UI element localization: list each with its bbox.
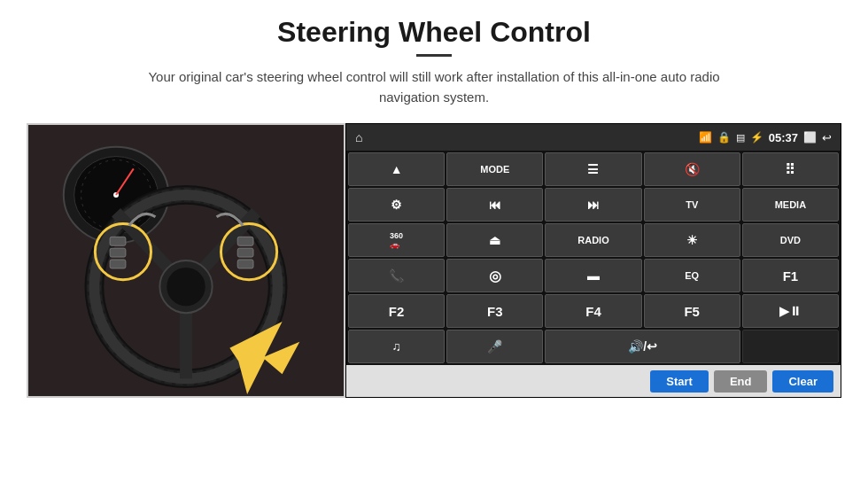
page-subtitle: Your original car's steering wheel contr… [124, 67, 744, 107]
content-area: ⌂ 📶 🔒 ▤ ⚡ 05:37 ⬜ ↩ ▲ MODE ☰ 🔇 [27, 123, 841, 398]
sd-icon: ▤ [736, 132, 745, 144]
bluetooth-icon: ⚡ [750, 131, 763, 144]
svg-rect-19 [110, 260, 126, 268]
svg-rect-18 [110, 248, 126, 257]
cam-360-button[interactable]: 360🚗 [348, 223, 445, 257]
svg-rect-17 [110, 237, 126, 245]
media-button[interactable]: MEDIA [742, 188, 839, 222]
button-grid: ▲ MODE ☰ 🔇 ⠿ ⚙ ⏮ ⏭ TV MEDIA 360🚗 ⏏ RADIO… [346, 151, 841, 365]
cast-icon: ⬜ [803, 131, 817, 144]
next-button[interactable]: ⏭ [545, 188, 641, 222]
vol-back-button[interactable]: 🔊/↩ [545, 330, 740, 363]
mute-button[interactable]: 🔇 [644, 152, 740, 186]
eq-button[interactable]: EQ [644, 259, 740, 292]
mode-button[interactable]: MODE [446, 152, 543, 186]
lock-icon: 🔒 [717, 131, 731, 144]
settings-button[interactable]: ⚙ [348, 188, 445, 222]
brightness-button[interactable]: ☀ [644, 223, 740, 257]
svg-rect-20 [237, 237, 253, 245]
apps-button[interactable]: ⠿ [742, 152, 839, 186]
title-divider [416, 54, 452, 57]
playpause-button[interactable]: ▶⏸ [742, 294, 839, 328]
svg-rect-22 [237, 260, 253, 268]
mic-button[interactable]: 🎤 [446, 330, 543, 363]
menu-button[interactable]: ☰ [545, 152, 641, 186]
screen-button[interactable]: ▬ [545, 259, 641, 292]
f4-button[interactable]: F4 [545, 294, 641, 328]
f5-button[interactable]: F5 [644, 294, 740, 328]
page-title: Steering Wheel Control [277, 16, 591, 49]
action-bar: Start End Clear [346, 365, 841, 397]
clear-button[interactable]: Clear [772, 370, 833, 393]
wifi-icon: 📶 [699, 131, 712, 144]
dvd-button[interactable]: DVD [742, 223, 839, 257]
status-left: ⌂ [355, 130, 362, 144]
status-time: 05:37 [769, 131, 798, 144]
prev-button[interactable]: ⏮ [446, 188, 543, 222]
svg-rect-21 [237, 248, 253, 257]
empty-cell [742, 330, 839, 363]
phone-button[interactable]: 📞 [348, 259, 445, 292]
end-button[interactable]: End [714, 370, 768, 393]
f1-button[interactable]: F1 [742, 259, 839, 292]
control-panel: ⌂ 📶 🔒 ▤ ⚡ 05:37 ⬜ ↩ ▲ MODE ☰ 🔇 [345, 123, 841, 398]
home-icon[interactable]: ⌂ [355, 130, 362, 144]
f2-button[interactable]: F2 [348, 294, 445, 328]
f3-button[interactable]: F3 [446, 294, 543, 328]
start-button[interactable]: Start [650, 370, 709, 393]
back-icon[interactable]: ↩ [822, 131, 832, 144]
radio-button[interactable]: RADIO [545, 223, 641, 257]
eject-button[interactable]: ⏏ [446, 223, 543, 257]
music-button[interactable]: ♫ [348, 330, 445, 363]
status-right: 📶 🔒 ▤ ⚡ 05:37 ⬜ ↩ [699, 131, 832, 144]
nav-arrow-button[interactable]: ▲ [348, 152, 445, 186]
steering-wheel-image [27, 123, 345, 398]
tv-button[interactable]: TV [644, 188, 740, 222]
nav-button[interactable]: ◎ [446, 259, 543, 292]
svg-point-14 [167, 268, 205, 306]
status-bar: ⌂ 📶 🔒 ▤ ⚡ 05:37 ⬜ ↩ [346, 124, 841, 151]
